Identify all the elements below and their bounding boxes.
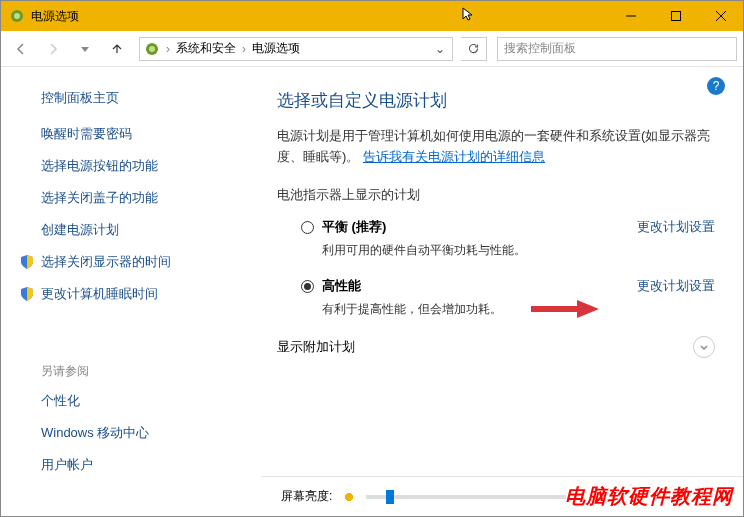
personalization-link[interactable]: 个性化 [41,392,261,410]
control-panel-window: 电源选项 › 系统和安全 › 电源选项 ⌄ 搜索控制面板 [0,0,744,517]
show-additional-row: 显示附加计划 [277,336,715,358]
plan-high-label[interactable]: 高性能 [322,277,361,295]
plan-high-desc: 有利于提高性能，但会增加功耗。 [277,301,715,318]
brightness-slider[interactable] [366,495,566,499]
chevron-right-icon[interactable]: › [242,42,246,56]
titlebar: 电源选项 [1,1,743,31]
control-panel-home-link[interactable]: 控制面板主页 [41,89,261,107]
window-title: 电源选项 [31,8,608,25]
up-button[interactable] [103,35,131,63]
plan-high-row: 高性能 更改计划设置 [277,277,715,295]
refresh-button[interactable] [461,37,487,61]
breadcrumb-power-options[interactable]: 电源选项 [252,40,300,57]
brightness-label: 屏幕亮度: [281,488,332,505]
shield-icon [19,286,35,302]
see-also-heading: 另请参阅 [41,363,261,380]
search-placeholder: 搜索控制面板 [504,40,576,57]
navbar: › 系统和安全 › 电源选项 ⌄ 搜索控制面板 [1,31,743,67]
address-dropdown-icon[interactable]: ⌄ [432,42,448,56]
power-button-link[interactable]: 选择电源按钮的功能 [41,157,261,175]
plan-balanced-change-link[interactable]: 更改计划设置 [637,218,715,236]
forward-button[interactable] [39,35,67,63]
address-icon [144,41,160,57]
back-button[interactable] [7,35,35,63]
breadcrumb-system-security[interactable]: 系统和安全 [176,40,236,57]
svg-point-1 [14,13,20,19]
search-input[interactable]: 搜索控制面板 [497,37,737,61]
plan-balanced-label[interactable]: 平衡 (推荐) [322,218,386,236]
plan-balanced-radio[interactable] [301,221,314,234]
help-icon[interactable]: ? [707,77,725,95]
user-accounts-link[interactable]: 用户帐户 [41,456,261,474]
brightness-thumb[interactable] [386,490,394,504]
brightness-bar: 屏幕亮度: [261,476,743,516]
shield-icon [19,254,35,270]
create-plan-link[interactable]: 创建电源计划 [41,221,261,239]
expand-button[interactable] [693,336,715,358]
plan-high-change-link[interactable]: 更改计划设置 [637,277,715,295]
minimize-button[interactable] [608,1,653,31]
plan-balanced-desc: 利用可用的硬件自动平衡功耗与性能。 [277,242,715,259]
address-bar[interactable]: › 系统和安全 › 电源选项 ⌄ [139,37,453,61]
sleep-time-link[interactable]: 更改计算机睡眠时间 [19,285,261,303]
sidebar: 控制面板主页 唤醒时需要密码 选择电源按钮的功能 选择关闭盖子的功能 创建电源计… [1,67,261,516]
svg-rect-3 [671,12,680,21]
plan-balanced-row: 平衡 (推荐) 更改计划设置 [277,218,715,236]
recent-dropdown[interactable] [71,35,99,63]
svg-point-7 [149,46,155,52]
mobility-center-link[interactable]: Windows 移动中心 [41,424,261,442]
display-off-link[interactable]: 选择关闭显示器的时间 [19,253,261,271]
chevron-right-icon[interactable]: › [166,42,170,56]
wake-password-link[interactable]: 唤醒时需要密码 [41,125,261,143]
page-description: 电源计划是用于管理计算机如何使用电源的一套硬件和系统设置(如显示器亮度、睡眠等)… [277,126,715,168]
app-icon [9,8,25,24]
brightness-low-icon [342,490,356,504]
close-lid-link[interactable]: 选择关闭盖子的功能 [41,189,261,207]
page-title: 选择或自定义电源计划 [277,89,715,112]
learn-more-link[interactable]: 告诉我有关电源计划的详细信息 [363,149,545,164]
window-controls [608,1,743,31]
show-additional-label: 显示附加计划 [277,338,355,356]
main-panel: ? 选择或自定义电源计划 电源计划是用于管理计算机如何使用电源的一套硬件和系统设… [261,67,743,516]
plan-high-radio[interactable] [301,280,314,293]
maximize-button[interactable] [653,1,698,31]
content-area: 控制面板主页 唤醒时需要密码 选择电源按钮的功能 选择关闭盖子的功能 创建电源计… [1,67,743,516]
plans-on-meter-heading: 电池指示器上显示的计划 [277,186,715,204]
close-button[interactable] [698,1,743,31]
